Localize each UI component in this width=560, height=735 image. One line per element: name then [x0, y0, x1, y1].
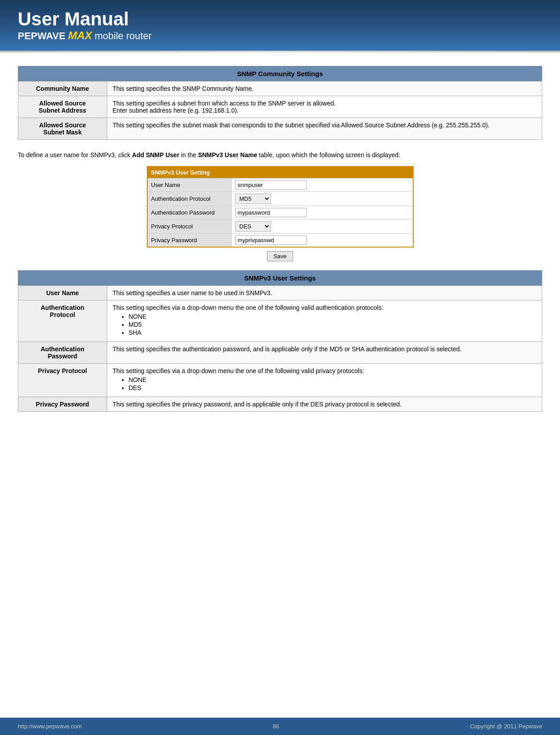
snmpv3-username-label: User Name — [18, 286, 107, 300]
snmpv3-auth-protocol-desc: This setting specifies via a drop-down m… — [107, 300, 542, 342]
snmpv3-settings-title: SNMPv3 User Settings — [18, 271, 542, 286]
snmp-community-table: SNMP Community Settings Community Name T… — [18, 66, 542, 140]
snmpv3-username-desc: This setting specifies a user name to be… — [107, 286, 542, 300]
community-name-label: Community Name — [18, 81, 107, 96]
privacy-protocol-select[interactable]: DES NONE — [235, 221, 271, 231]
page-header: User Manual PEPWAVE MAX mobile router — [0, 0, 560, 53]
snmpv3-auth-password-desc: This setting specifies the authenticatio… — [107, 342, 542, 364]
footer-url: http://www.pepwave.com — [18, 723, 82, 730]
snmpv3-auth-password-label: AuthenticationPassword — [18, 342, 107, 364]
privacy-protocol-list: NONE DES — [113, 376, 536, 391]
username-field-cell — [232, 179, 413, 192]
allowed-source-subnet-label: Allowed SourceSubnet Address — [18, 96, 107, 118]
main-content: SNMP Community Settings Community Name T… — [0, 53, 560, 718]
manual-title: User Manual — [18, 9, 542, 29]
auth-password-label: Authentication Password — [147, 206, 232, 219]
auth-protocol-label: Authentication Protocol — [147, 192, 232, 206]
snmpv3-privacy-password-label: Privacy Password — [18, 397, 107, 412]
snmp-community-title: SNMP Community Settings — [18, 66, 542, 81]
snmpv3-user-name-bold: SNMPv3 User Name — [198, 151, 257, 158]
save-btn-container: Save — [267, 251, 294, 261]
privacy-protocol-none: NONE — [129, 376, 536, 383]
community-name-desc: This setting specifies the SNMP Communit… — [107, 81, 542, 96]
allowed-source-mask-label: Allowed SourceSubnet Mask — [18, 118, 107, 140]
privacy-password-input[interactable] — [235, 236, 306, 245]
snmpv3-form-title: SNMPv3 User Setting — [147, 166, 413, 179]
snmpv3-user-setting-table: SNMPv3 User Setting User Name Authentica… — [147, 166, 414, 248]
auth-protocol-sha: SHA — [129, 329, 536, 336]
allowed-source-subnet-desc: This setting specifies a subnet from whi… — [107, 96, 542, 118]
snmpv3-privacy-protocol-desc: This setting specifies via a drop-down m… — [107, 364, 542, 397]
auth-protocol-list: NONE MD5 SHA — [113, 313, 536, 336]
privacy-password-field-cell — [232, 234, 413, 248]
allowed-source-mask-desc: This setting specifies the subnet mask t… — [107, 118, 542, 140]
privacy-protocol-label: Privacy Protocol — [147, 219, 232, 234]
brand-max: MAX — [68, 29, 92, 41]
subtitle-rest: mobile router — [95, 30, 152, 41]
privacy-protocol-field-cell: DES NONE — [232, 219, 413, 234]
auth-protocol-md5: MD5 — [129, 321, 536, 328]
auth-password-field-cell — [232, 206, 413, 219]
intro-paragraph: To define a user name for SNMPv3, click … — [18, 150, 542, 160]
privacy-password-label: Privacy Password — [147, 234, 232, 248]
footer-page: 86 — [273, 723, 279, 730]
auth-password-input[interactable] — [235, 208, 306, 217]
brand-pepwave: PEPWAVE — [18, 30, 65, 41]
privacy-protocol-des: DES — [129, 384, 536, 391]
header-divider — [0, 51, 560, 53]
auth-protocol-none: NONE — [129, 313, 536, 320]
auth-protocol-select[interactable]: MD5 NONE SHA — [235, 194, 271, 204]
snmpv3-form-container: SNMPv3 User Setting User Name Authentica… — [18, 166, 542, 263]
page-footer: http://www.pepwave.com 86 Copyright @ 20… — [0, 718, 560, 735]
add-snmp-user-bold: Add SNMP User — [132, 151, 179, 158]
username-label: User Name — [147, 179, 232, 192]
snmpv3-settings-table: SNMPv3 User Settings User Name This sett… — [18, 270, 542, 412]
auth-protocol-field-cell: MD5 NONE SHA — [232, 192, 413, 206]
snmpv3-auth-protocol-label: AuthenticationProtocol — [18, 300, 107, 342]
snmpv3-privacy-protocol-label: Privacy Protocol — [18, 364, 107, 397]
username-input[interactable] — [235, 180, 306, 190]
manual-subtitle: PEPWAVE MAX mobile router — [18, 29, 542, 42]
snmpv3-privacy-password-desc: This setting specifies the privacy passw… — [107, 397, 542, 412]
footer-copyright: Copyright @ 2011 Pepwave — [470, 723, 542, 730]
save-button[interactable]: Save — [267, 251, 294, 261]
